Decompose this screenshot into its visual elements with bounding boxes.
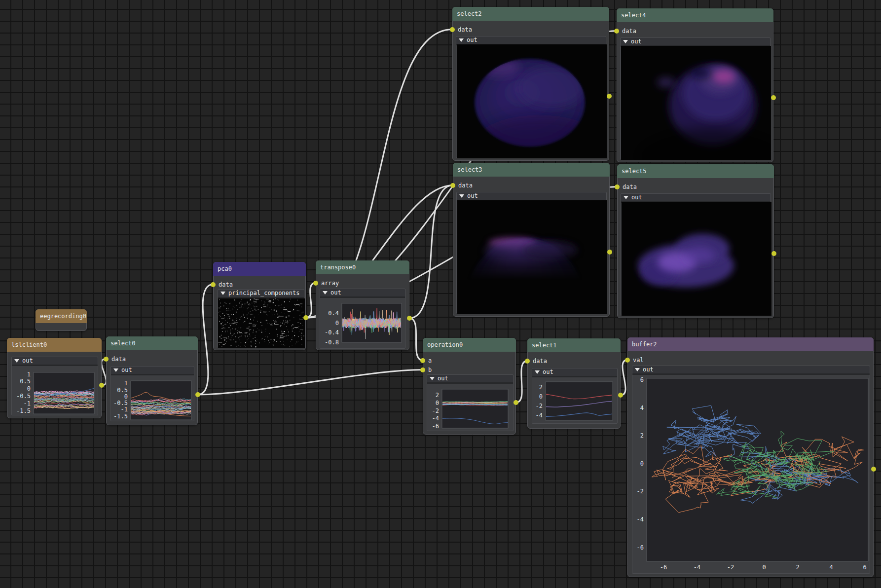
node-select3[interactable]: select3dataout: [453, 163, 610, 317]
xtick-buffer2-5: 4: [830, 564, 833, 571]
attribute-panel-buffer2: out6420-2-4-6-6-4-20246: [632, 366, 870, 574]
node-title-select1: select1: [532, 338, 557, 352]
node-header-eegrecording0[interactable]: eegrecording0: [36, 309, 87, 323]
link-wire-transpose0-operation0[interactable]: [409, 318, 423, 361]
ytick-operation0-1: 0: [436, 400, 439, 406]
input-port-operation0-b[interactable]: [420, 368, 425, 372]
ytick-select1-2: -2: [536, 403, 543, 409]
input-port-transpose0-array[interactable]: [313, 281, 318, 286]
link-wire-select0-operation0[interactable]: [198, 370, 423, 395]
ytick-buffer2-3: 0: [640, 460, 644, 467]
ytick-operation0-3: -4: [432, 415, 439, 422]
output-port-operation0-out[interactable]: [514, 400, 518, 405]
node-header-buffer2[interactable]: buffer2: [627, 337, 874, 351]
node-header-select3[interactable]: select3: [453, 163, 610, 177]
xtick-buffer2-2: -2: [727, 564, 734, 571]
node-select5[interactable]: select5dataout: [617, 164, 774, 318]
input-label-select0-data: data: [111, 355, 126, 364]
node-title-select5: select5: [622, 164, 647, 178]
input-label-select1-data: data: [533, 357, 547, 366]
node-editor-canvas[interactable]: eegrecording0lslclient0out10.50-0.5-1-1.…: [0, 0, 881, 588]
output-port-pca0-out[interactable]: [303, 315, 308, 320]
node-header-select2[interactable]: select2: [452, 7, 609, 21]
output-port-select5-out[interactable]: [771, 251, 776, 256]
input-port-select0-data[interactable]: [104, 357, 109, 362]
node-select2[interactable]: select2dataout: [452, 7, 609, 161]
input-port-select1-data[interactable]: [525, 359, 530, 364]
node-select4[interactable]: select4dataout: [617, 8, 773, 162]
node-header-select5[interactable]: select5: [617, 164, 774, 178]
ytick-select1-3: -4: [536, 412, 543, 419]
node-header-select1[interactable]: select1: [527, 338, 621, 352]
node-header-lslclient0[interactable]: lslclient0: [7, 338, 102, 352]
ytick-lslclient0-1: 0.5: [20, 378, 31, 385]
plot-lslclient0: 10.50-0.5-1-1.5: [12, 357, 99, 416]
node-title-select2: select2: [457, 7, 482, 21]
output-port-select4-out[interactable]: [771, 95, 776, 100]
output-port-lslclient0-out[interactable]: [99, 383, 104, 388]
ytick-select1-0: 2: [539, 384, 543, 391]
attribute-panel-lslclient0: out10.50-0.5-1-1.5: [11, 357, 98, 415]
input-port-operation0-a[interactable]: [420, 358, 425, 363]
node-title-transpose0: transpose0: [320, 260, 356, 274]
node-header-operation0[interactable]: operation0: [423, 338, 516, 352]
output-port-select2-out[interactable]: [607, 94, 612, 99]
attribute-panel-select2: out: [456, 36, 606, 158]
node-title-lslclient0: lslclient0: [11, 338, 47, 352]
link-wire-pca0-transpose0[interactable]: [306, 283, 316, 318]
ytick-operation0-4: -6: [432, 423, 439, 430]
output-port-select1-out[interactable]: [618, 393, 623, 398]
input-label-transpose0-array: array: [321, 279, 339, 288]
node-lslclient0[interactable]: lslclient0out10.50-0.5-1-1.5: [7, 338, 102, 418]
plot-select0: 10.50-0.5-1-1.5: [111, 367, 195, 422]
node-title-eegrecording0: eegrecording0: [40, 309, 86, 323]
ytick-transpose0-2: -0.4: [325, 329, 339, 336]
link-wire-select1-buffer2[interactable]: [621, 360, 627, 396]
output-port-select3-out[interactable]: [607, 250, 612, 255]
input-label-select3-data: data: [458, 181, 473, 190]
ytick-transpose0-0: 0.4: [328, 310, 339, 317]
node-transpose0[interactable]: transpose0arrayout0.40-0.4-0.8: [316, 260, 409, 350]
input-port-select5-data[interactable]: [615, 184, 620, 189]
input-label-buffer2-val: val: [633, 356, 644, 365]
node-header-transpose0[interactable]: transpose0: [316, 260, 409, 274]
ytick-select0-2: 0: [124, 393, 128, 400]
node-buffer2[interactable]: buffer2valout6420-2-4-6-6-4-20246: [627, 337, 874, 577]
input-port-select2-data[interactable]: [450, 27, 455, 32]
ytick-transpose0-1: 0: [335, 320, 339, 327]
node-select1[interactable]: select1dataout20-2-4: [527, 338, 621, 429]
ytick-operation0-0: 2: [436, 392, 439, 399]
xtick-buffer2-0: -6: [660, 564, 667, 571]
node-header-select0[interactable]: select0: [106, 336, 198, 350]
node-operation0[interactable]: operation0about20-2-4-6: [423, 338, 516, 435]
link-wire-select0-pca0[interactable]: [198, 285, 213, 395]
node-pca0[interactable]: pca0dataprincipal_components: [213, 262, 306, 350]
node-select0[interactable]: select0dataout10.50-0.5-1-1.5: [106, 336, 198, 425]
attribute-panel-select0: out10.50-0.5-1-1.5: [110, 366, 194, 421]
ytick-lslclient0-4: -1: [24, 400, 31, 407]
input-port-buffer2-val[interactable]: [625, 358, 630, 363]
input-port-select3-data[interactable]: [450, 183, 455, 188]
attribute-panel-select5: out: [621, 193, 771, 315]
link-wire-operation0-select1[interactable]: [516, 361, 527, 403]
input-port-select4-data[interactable]: [614, 29, 619, 34]
input-label-operation0-b: b: [428, 366, 432, 375]
output-port-buffer2-out[interactable]: [871, 467, 876, 472]
attribute-panel-select1: out20-2-4: [532, 368, 618, 424]
plot-select2: [456, 37, 607, 158]
output-port-transpose0-out[interactable]: [407, 316, 412, 321]
input-label-select2-data: data: [458, 25, 472, 35]
output-port-select0-out[interactable]: [195, 392, 200, 397]
node-header-select4[interactable]: select4: [617, 8, 773, 22]
node-header-pca0[interactable]: pca0: [213, 262, 306, 276]
input-port-pca0-data[interactable]: [211, 282, 216, 287]
plot-select3: [457, 192, 607, 314]
ytick-buffer2-2: 2: [640, 432, 644, 439]
ytick-buffer2-1: 4: [640, 404, 644, 411]
xtick-buffer2-4: 2: [796, 564, 799, 571]
plot-buffer2: 6420-2-4-6-6-4-20246: [632, 366, 871, 574]
link-wire-lslclient0-select0[interactable]: [102, 359, 107, 386]
ytick-buffer2-0: 6: [640, 376, 644, 383]
node-eegrecording0[interactable]: eegrecording0: [36, 309, 87, 331]
ytick-operation0-2: -2: [432, 407, 439, 414]
